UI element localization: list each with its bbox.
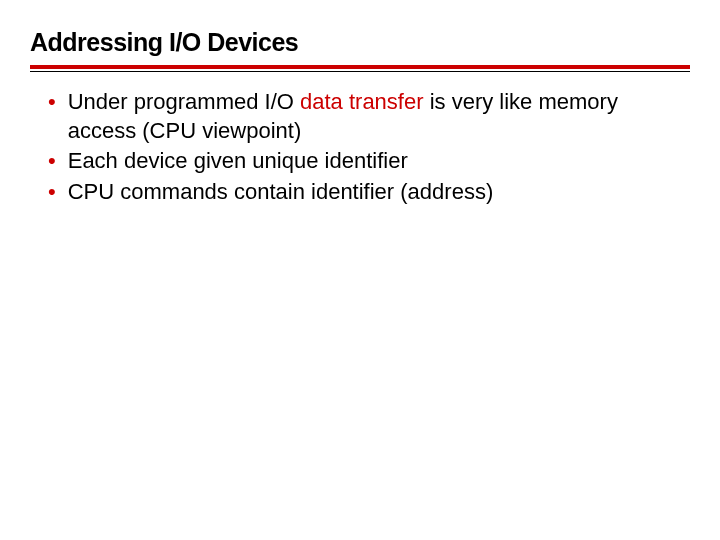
list-item: • Under programmed I/O data transfer is … <box>48 88 690 145</box>
list-item: • Each device given unique identifier <box>48 147 690 176</box>
bullet-text: Each device given unique identifier <box>68 147 690 176</box>
text-pre: Each device given unique identifier <box>68 148 408 173</box>
slide-title: Addressing I/O Devices <box>30 28 690 63</box>
bullet-icon: • <box>48 88 56 117</box>
bullet-icon: • <box>48 178 56 207</box>
text-pre: Under programmed I/O <box>68 89 300 114</box>
content-area: • Under programmed I/O data transfer is … <box>30 88 690 206</box>
text-highlight: data transfer <box>300 89 424 114</box>
title-underline <box>30 65 690 72</box>
rule-red <box>30 65 690 69</box>
text-pre: CPU commands contain identifier (address… <box>68 179 494 204</box>
bullet-text: CPU commands contain identifier (address… <box>68 178 690 207</box>
bullet-icon: • <box>48 147 56 176</box>
rule-thin <box>30 71 690 72</box>
bullet-text: Under programmed I/O data transfer is ve… <box>68 88 690 145</box>
list-item: • CPU commands contain identifier (addre… <box>48 178 690 207</box>
